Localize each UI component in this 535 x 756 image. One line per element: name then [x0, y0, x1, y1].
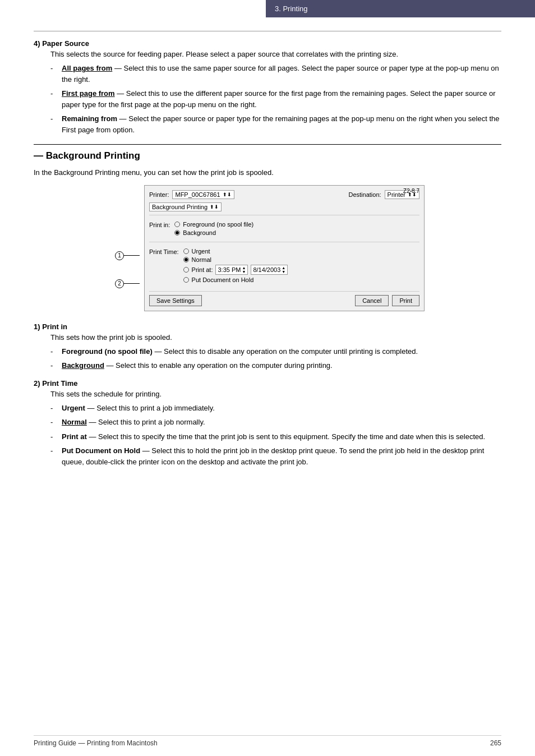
print-at-dash: - — [50, 431, 59, 442]
time-input[interactable]: 3:35 PM ▲▼ — [215, 265, 248, 275]
hold-text: Put Document on Hold — Select this to ho… — [62, 445, 501, 467]
bg-print-title: — Background Printing — [34, 150, 501, 162]
print-in-desc-section: 1) Print in This sets how the print job … — [34, 322, 501, 371]
print-time-row: Print Time: Urgent Normal — [149, 246, 419, 285]
cancel-button[interactable]: Cancel — [355, 295, 389, 306]
page-footer: Printing Guide — Printing from Macintosh… — [34, 735, 501, 747]
dash-2: - — [50, 88, 59, 110]
bg-printing-section: — Background Printing In the Background … — [34, 150, 501, 467]
print-in-desc-heading: 1) Print in — [34, 322, 501, 331]
section-divider — [34, 144, 501, 145]
printer-arrow: ⬆⬇ — [223, 192, 232, 197]
fg-bullet: - Foreground (no spool file) — Select th… — [50, 346, 501, 357]
background-radio[interactable] — [174, 230, 180, 236]
bg-desc: — Select this to enable any operation on… — [106, 361, 332, 370]
bg-bullet: - Background — Select this to enable any… — [50, 360, 501, 371]
hold-dash: - — [50, 445, 59, 467]
printer-select[interactable]: MFP_00C67861 ⬆⬇ — [172, 190, 234, 199]
dialog-wrapper: 1 2 Z2-8.7 Printer: MFP_00C67861 ⬆⬇ — [144, 185, 425, 311]
top-divider — [34, 31, 501, 31]
paper-source-items: - All pages from — Select this to use th… — [50, 63, 501, 135]
dialog-version: Z2-8.7 — [403, 188, 419, 194]
fg-text: Foreground (no spool file) — Select this… — [62, 346, 418, 357]
urgent-radio[interactable] — [183, 248, 189, 254]
annotation-2: 2 — [115, 279, 140, 288]
date-spinner[interactable]: ▲▼ — [282, 266, 285, 274]
print-time-desc-intro: This sets the schedule for printing. — [50, 390, 501, 398]
urgent-term: Urgent — [62, 404, 85, 412]
paper-source-section: 4) Paper Source This selects the source … — [34, 39, 501, 135]
paper-source-intro: This selects the source for feeding pape… — [50, 50, 501, 58]
fg-desc: — Select this to disable any operation o… — [154, 347, 418, 356]
dash-3: - — [50, 113, 59, 135]
time-spinner[interactable]: ▲▼ — [242, 266, 246, 274]
print-in-row: Print in: Foreground (no spool file) Bac… — [149, 219, 419, 238]
date-value: 8/14/2003 — [253, 266, 280, 273]
bg-printing-menu[interactable]: Background Printing ⬆⬇ — [149, 202, 222, 211]
background-label: Background — [183, 229, 216, 236]
dash-1: - — [50, 63, 59, 85]
remaining-term: Remaining from — [62, 114, 117, 123]
print-at-radio[interactable] — [183, 267, 189, 273]
bg-term: Background — [62, 361, 104, 370]
dialog-right-buttons: Cancel Print — [355, 295, 419, 306]
dialog-menu-row: Background Printing ⬆⬇ — [149, 202, 419, 211]
foreground-radio[interactable] — [174, 222, 180, 227]
normal-term: Normal — [62, 418, 87, 426]
date-input[interactable]: 8/14/2003 ▲▼ — [251, 265, 288, 275]
print-time-desc-heading: 2) Print Time — [34, 379, 501, 388]
background-option[interactable]: Background — [174, 229, 253, 236]
circle-1: 1 — [115, 251, 124, 260]
fg-dash: - — [50, 346, 59, 357]
dialog-sep-2 — [149, 242, 419, 242]
print-in-desc-intro: This sets how the print job is spooled. — [50, 333, 501, 342]
circle-2: 2 — [115, 279, 124, 288]
print-at-bullet: - Print at — Select this to specify the … — [50, 431, 501, 442]
header-bar: 3. Printing — [266, 0, 535, 17]
all-pages-term: All pages from — [62, 64, 112, 72]
normal-desc: — Select this to print a job normally. — [89, 418, 205, 426]
normal-bullet: - Normal — Select this to print a job no… — [50, 417, 501, 428]
urgent-label: Urgent — [192, 248, 210, 255]
remaining-desc: — Select the paper source or paper type … — [62, 114, 499, 134]
save-settings-button[interactable]: Save Settings — [149, 295, 202, 306]
all-pages-text: All pages from — Select this to use the … — [62, 63, 501, 85]
hold-radio[interactable] — [183, 277, 189, 283]
dialog-sep-1 — [149, 215, 419, 215]
destination-label: Destination: — [349, 191, 381, 198]
print-at-label: Print at: — [192, 266, 213, 273]
fg-term: Foreground (no spool file) — [62, 347, 153, 356]
dialog-box: Z2-8.7 Printer: MFP_00C67861 ⬆⬇ Destinat… — [144, 185, 425, 311]
hold-option[interactable]: Put Document on Hold — [183, 276, 288, 283]
print-at-text: Print at — Select this to specify the ti… — [62, 431, 485, 442]
bg-print-intro: In the Background Printing menu, you can… — [34, 167, 501, 178]
bg-text: Background — Select this to enable any o… — [62, 360, 333, 371]
normal-text: Normal — Select this to print a job norm… — [62, 417, 205, 428]
dialog-container: 1 2 Z2-8.7 Printer: MFP_00C67861 ⬆⬇ — [34, 185, 501, 311]
hold-label: Put Document on Hold — [192, 276, 254, 283]
line-2 — [124, 283, 140, 284]
print-at-option[interactable]: Print at: 3:35 PM ▲▼ 8/14/2003 — [183, 265, 288, 275]
bg-menu-label: Background Printing — [152, 204, 207, 210]
time-value: 3:35 PM — [218, 266, 241, 273]
hold-term: Put Document on Hold — [62, 446, 140, 455]
print-time-desc-section: 2) Print Time This sets the schedule for… — [34, 379, 501, 468]
print-time-options: Urgent Normal Print at: 3:35 PM — [183, 248, 288, 283]
normal-radio[interactable] — [183, 257, 189, 262]
print-button[interactable]: Print — [392, 295, 419, 306]
dialog-footer: Save Settings Cancel Print — [149, 291, 419, 306]
urgent-text: Urgent — Select this to print a job imme… — [62, 403, 215, 414]
header-title: 3. Printing — [275, 4, 308, 13]
dialog-top-row: Printer: MFP_00C67861 ⬆⬇ Destination: Pr… — [149, 190, 419, 199]
urgent-option[interactable]: Urgent — [183, 248, 288, 255]
normal-option[interactable]: Normal — [183, 256, 288, 263]
print-in-label: Print in: — [149, 221, 170, 228]
print-time-desc-items: - Urgent — Select this to print a job im… — [50, 403, 501, 468]
footer-left: Printing Guide — Printing from Macintosh — [34, 739, 158, 747]
remaining-text: Remaining from — Select the paper source… — [62, 113, 501, 135]
bg-menu-arrow: ⬆⬇ — [210, 204, 219, 210]
foreground-option[interactable]: Foreground (no spool file) — [174, 221, 253, 228]
hold-bullet: - Put Document on Hold — Select this to … — [50, 445, 501, 467]
print-at-term: Print at — [62, 432, 87, 441]
line-1 — [124, 255, 140, 256]
